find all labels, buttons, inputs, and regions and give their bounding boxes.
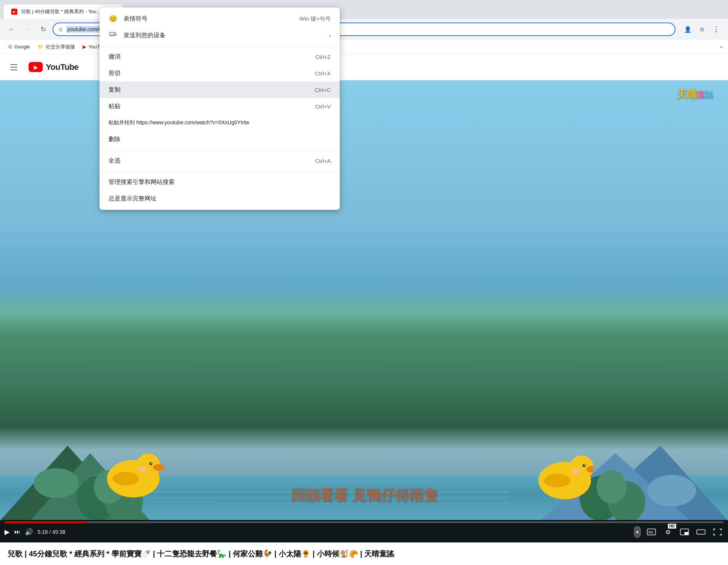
play-button[interactable]: ▶ [5,528,10,536]
menu-item-paste-goto[interactable]: 粘贴并转到 https://www.youtube.com/watch?v=0X… [99,115,340,131]
menu-item-manage-search[interactable]: 管理搜索引擎和网站搜索 [99,174,340,190]
bookmark-label-2: 社交分享链接 [46,44,75,50]
theater-icon [696,529,705,535]
tab-favicon [11,9,17,15]
menu-divider-2 [99,150,340,150]
theater-button[interactable] [695,526,707,538]
menu-item-emoji-label: 😊 表情符号 [109,15,148,23]
select-all-shortcut: Ctrl+A [315,158,331,164]
menu-item-copy[interactable]: 复制 Ctrl+C [99,81,340,98]
forward-button[interactable]: → [21,23,34,36]
svg-point-19 [151,463,152,464]
menu-item-emoji[interactable]: 😊 表情符号 Win 键+句号 [99,11,340,27]
hamburger-line-2 [11,67,17,68]
svg-text:CC: CC [648,530,653,534]
google-icon: G [8,44,12,50]
svg-rect-31 [697,530,705,534]
svg-point-26 [584,465,585,466]
menu-item-send-label: 发送到您的设备 [109,31,166,39]
subtitle-text: 回頭看看 見鴨仔得兩隻 [291,487,437,503]
select-all-label: 全选 [109,157,121,165]
more-options-icon[interactable]: ⋮ [710,23,723,36]
manage-search-label: 管理搜索引擎和网站搜索 [109,178,175,186]
fullscreen-icon [713,529,722,535]
send-device-text: 发送到您的设备 [124,32,166,39]
video-title: 兒歌 | 45分鐘兒歌 * 經典系列 * 學前寶寶🍼 | 十二隻恐龍去野餐🦕 |… [8,548,720,559]
cut-shortcut: Ctrl+X [315,70,331,77]
youtube-bm-icon: ▶ [83,44,86,50]
bookmark-label: Google [14,44,30,50]
svg-rect-33 [115,33,116,36]
fullscreen-button[interactable] [711,526,723,538]
cc-icon: CC [647,529,656,535]
device-icon [109,31,117,38]
subtitle-overlay: 回頭看看 見鴨仔得兩隻 [0,486,728,505]
settings-button[interactable]: ⚙ HD [662,526,674,538]
hd-badge: HD [668,524,676,529]
bookmarks-overflow[interactable]: » [720,44,723,50]
miniplayer-icon [680,529,689,535]
svg-point-15 [153,464,164,471]
progress-bar-fill [5,521,86,523]
settings-icon: ⚙ [665,529,671,536]
extensions-icon[interactable]: ⧉ [696,23,708,36]
menu-divider-1 [99,46,340,46]
menu-item-delete[interactable]: 删除 [99,131,340,148]
bookmark-social-share[interactable]: 📁 社交分享链接 [35,42,78,52]
folder-icon-1: 📁 [38,44,44,50]
menu-label-text: 表情符号 [124,15,148,23]
hamburger-menu[interactable] [8,60,21,74]
delete-label: 删除 [109,136,121,143]
security-icon: ⊙ [59,26,63,32]
controls-row: ▶ ⏭ 🔊 5:18 / 45:38 ● CC [5,526,723,538]
time-current: 5:18 [38,529,48,535]
copy-label: 复制 [109,86,121,94]
menu-item-show-url[interactable]: 总是显示完整网址 [99,190,340,207]
emoji-icon: 😊 [109,15,118,23]
paste-shortcut: Ctrl+V [315,103,331,110]
cut-label: 剪切 [109,69,121,77]
send-device-icon [109,31,118,39]
menu-item-send-device[interactable]: 发送到您的设备 › [99,27,340,44]
menu-shortcut-emoji: Win 键+句号 [299,15,331,23]
undo-label: 撤消 [109,53,121,61]
miniplayer-button[interactable] [678,526,690,538]
channel-logo-text: 天晴 [677,89,696,100]
show-url-label: 总是显示完整网址 [109,195,157,203]
chevron-right-icon: » [720,44,723,50]
context-menu: 😊 表情符号 Win 键+句号 发送到您的设备 › 撤消 Ctrl+Z 剪切 C… [99,8,340,210]
volume-button[interactable]: 🔊 [25,528,33,536]
reload-button[interactable]: ↻ [37,23,50,36]
hamburger-line-1 [11,64,17,65]
time-total: 45:38 [52,529,65,535]
yt-logo-icon [29,62,43,72]
time-display: 5:18 / 45:38 [38,529,65,535]
video-controls: ▶ ⏭ 🔊 5:18 / 45:38 ● CC [0,520,728,542]
paste-goto-label: 粘贴并转到 https://www.youtube.com/watch?v=0X… [109,119,249,126]
channel-logo-overlay: 天晴童謠 [677,88,713,101]
yt-logo[interactable]: YouTube [29,62,78,72]
svg-point-24 [572,468,580,474]
autoplay-toggle[interactable]: ● [634,526,641,538]
menu-item-select-all[interactable]: 全选 Ctrl+A [99,152,340,169]
copy-shortcut: Ctrl+C [315,87,331,93]
time-separator: / [49,529,52,535]
video-title-area: 兒歌 | 45分鐘兒歌 * 經典系列 * 學前寶寶🍼 | 十二隻恐龍去野餐🦕 |… [0,542,728,565]
progress-bar-container[interactable] [5,521,723,523]
menu-item-undo[interactable]: 撤消 Ctrl+Z [99,48,340,65]
menu-arrow-send: › [329,32,331,39]
svg-rect-32 [110,32,114,36]
menu-item-cut[interactable]: 剪切 Ctrl+X [99,65,340,81]
bookmark-google[interactable]: G Google [5,42,33,51]
svg-point-16 [113,472,139,485]
back-button[interactable]: ← [5,23,18,36]
captions-button[interactable]: CC [645,526,657,538]
next-button[interactable]: ⏭ [14,529,20,535]
svg-rect-30 [684,532,688,535]
tab-title: 兒歌 | 45分鐘兒歌 * 經典系列 - YouTube [21,8,104,15]
profile-icon[interactable]: 👤 [681,23,694,36]
svg-point-23 [544,474,570,487]
menu-item-paste[interactable]: 粘贴 Ctrl+V [99,98,340,115]
hamburger-line-3 [11,69,17,70]
undo-shortcut: Ctrl+Z [315,54,331,60]
